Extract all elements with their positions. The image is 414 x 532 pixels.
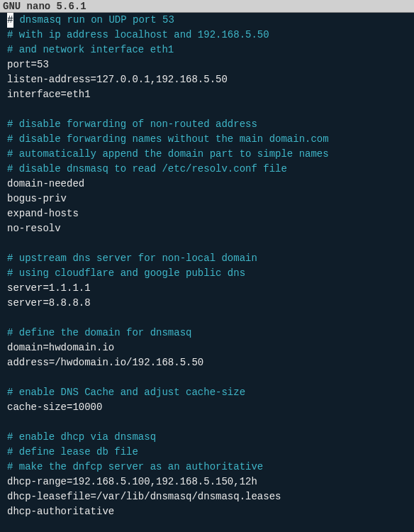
config-text: domain-needed [7,177,84,192]
editor-line[interactable]: # define lease db file [0,445,414,460]
comment-text: # enable dhcp via dnsmasq [7,430,156,445]
editor-line[interactable]: # define the domain for dnsmasq [0,326,414,340]
comment-text: # upstream dns server for non-local doma… [7,251,257,266]
editor-line[interactable] [0,370,414,385]
editor-line[interactable]: expand-hosts [0,206,414,221]
editor-line[interactable]: # using cloudflare and google public dns [0,266,414,281]
editor-line[interactable]: no-resolv [0,221,414,236]
editor-line[interactable] [0,415,414,430]
comment-text: # using cloudflare and google public dns [7,266,245,281]
editor-line[interactable]: address=/hwdomain.io/192.168.5.50 [0,355,414,370]
comment-text: # disable dnsmasq to read /etc/resolv.co… [7,162,287,177]
config-text: server=8.8.8.8 [7,296,91,311]
editor-line[interactable]: # automatically append the domain part t… [0,147,414,162]
editor-line[interactable]: # and network interface eth1 [0,43,414,57]
editor-line[interactable]: # enable DNS Cache and adjust cache-size [0,385,414,400]
editor-line[interactable]: bogus-priv [0,192,414,206]
editor-line[interactable]: port=53 [0,57,414,72]
comment-text: # automatically append the domain part t… [7,147,329,162]
editor-line[interactable]: # disable dnsmasq to read /etc/resolv.co… [0,162,414,177]
config-text: dhcp-leasefile=/var/lib/dnsmasq/dnsmasq.… [7,489,281,504]
comment-text: # enable DNS Cache and adjust cache-size [7,385,245,400]
config-text: expand-hosts [7,206,79,221]
config-text: no-resolv [7,221,61,236]
config-text: port=53 [7,57,49,72]
comment-text: # disable forwarding of non-routed addre… [7,117,257,132]
editor-line[interactable]: # with ip address localhost and 192.168.… [0,28,414,43]
editor-line[interactable]: domain=hwdomain.io [0,340,414,355]
config-text: dhcp-authoritative [7,504,114,519]
editor-line[interactable]: interface=eth1 [0,87,414,102]
config-text: server=1.1.1.1 [7,281,91,296]
config-text: domain=hwdomain.io [7,340,114,355]
comment-text: # with ip address localhost and 192.168.… [7,28,269,43]
editor-line[interactable]: dhcp-leasefile=/var/lib/dnsmasq/dnsmasq.… [0,489,414,504]
comment-text: # define the domain for dnsmasq [7,326,191,340]
config-text: bogus-priv [7,192,67,206]
config-text: interface=eth1 [7,87,91,102]
editor-line[interactable]: dhcp-authoritative [0,504,414,519]
comment-text: # make the dnfcp server as an authoritat… [7,460,263,475]
editor-line[interactable]: cache-size=10000 [0,400,414,415]
editor-content[interactable]: # dnsmasq run on UDP port 53# with ip ad… [0,13,414,519]
editor-line[interactable]: domain-needed [0,177,414,192]
editor-line[interactable]: # enable dhcp via dnsmasq [0,430,414,445]
cursor: # [7,13,13,28]
editor-line[interactable] [0,311,414,326]
comment-text: dnsmasq run on UDP port 53 [13,13,174,28]
config-text: dhcp-range=192.168.5.100,192.168.5.150,1… [7,475,257,489]
editor-line[interactable]: # disable forwarding of non-routed addre… [0,117,414,132]
comment-text: # disable forwarding names without the m… [7,132,329,147]
editor-line[interactable]: server=8.8.8.8 [0,296,414,311]
editor-line[interactable]: # disable forwarding names without the m… [0,132,414,147]
editor-line[interactable]: # dnsmasq run on UDP port 53 [0,13,414,28]
config-text: listen-address=127.0.0.1,192.168.5.50 [7,72,228,87]
editor-line[interactable]: server=1.1.1.1 [0,281,414,296]
editor-line[interactable]: # make the dnfcp server as an authoritat… [0,460,414,475]
config-text: cache-size=10000 [7,400,102,415]
editor-line[interactable]: # upstream dns server for non-local doma… [0,251,414,266]
app-title: GNU nano 5.6.1 [3,1,86,12]
title-bar: GNU nano 5.6.1 [0,0,414,13]
editor-line[interactable] [0,102,414,117]
editor-line[interactable]: dhcp-range=192.168.5.100,192.168.5.150,1… [0,475,414,489]
comment-text: # and network interface eth1 [7,43,174,57]
editor-line[interactable]: listen-address=127.0.0.1,192.168.5.50 [0,72,414,87]
editor-line[interactable] [0,236,414,251]
config-text: address=/hwdomain.io/192.168.5.50 [7,355,203,370]
comment-text: # define lease db file [7,445,138,460]
